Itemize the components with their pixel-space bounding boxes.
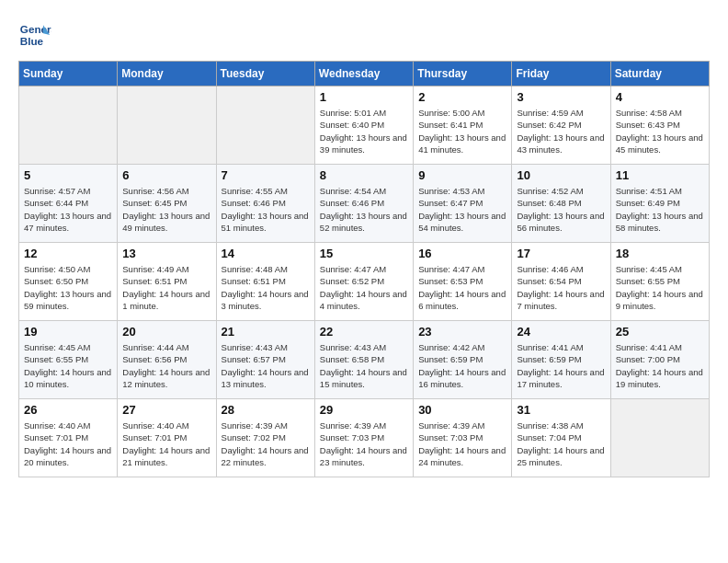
day-number: 8 bbox=[320, 168, 408, 182]
day-info: Sunrise: 4:46 AMSunset: 6:54 PMDaylight:… bbox=[517, 263, 605, 312]
day-number: 7 bbox=[222, 168, 310, 182]
day-info: Sunrise: 4:56 AMSunset: 6:45 PMDaylight:… bbox=[122, 185, 210, 234]
day-number: 31 bbox=[517, 403, 605, 417]
logo-icon: General Blue bbox=[18, 18, 51, 52]
day-number: 3 bbox=[517, 90, 605, 104]
calendar-cell: 29Sunrise: 4:39 AMSunset: 7:03 PMDayligh… bbox=[314, 399, 413, 477]
day-number: 9 bbox=[418, 168, 506, 182]
calendar-cell: 25Sunrise: 4:41 AMSunset: 7:00 PMDayligh… bbox=[610, 321, 709, 399]
day-number: 19 bbox=[24, 325, 112, 339]
day-info: Sunrise: 4:59 AMSunset: 6:42 PMDaylight:… bbox=[517, 107, 605, 155]
day-number: 21 bbox=[222, 325, 310, 339]
calendar-cell: 28Sunrise: 4:39 AMSunset: 7:02 PMDayligh… bbox=[216, 399, 314, 477]
day-info: Sunrise: 4:49 AMSunset: 6:51 PMDaylight:… bbox=[122, 263, 210, 312]
calendar-cell: 13Sunrise: 4:49 AMSunset: 6:51 PMDayligh… bbox=[118, 243, 216, 321]
calendar-cell: 7Sunrise: 4:55 AMSunset: 6:46 PMDaylight… bbox=[216, 165, 314, 243]
day-number: 4 bbox=[616, 90, 704, 104]
calendar-week-row: 12Sunrise: 4:50 AMSunset: 6:50 PMDayligh… bbox=[19, 243, 710, 321]
day-info: Sunrise: 4:58 AMSunset: 6:43 PMDaylight:… bbox=[616, 107, 704, 155]
day-number: 12 bbox=[24, 247, 112, 260]
day-info: Sunrise: 4:51 AMSunset: 6:49 PMDaylight:… bbox=[616, 185, 704, 234]
calendar-cell: 1Sunrise: 5:01 AMSunset: 6:40 PMDaylight… bbox=[314, 86, 413, 165]
day-info: Sunrise: 4:47 AMSunset: 6:52 PMDaylight:… bbox=[320, 263, 408, 312]
day-number: 27 bbox=[122, 403, 210, 417]
calendar-cell: 19Sunrise: 4:45 AMSunset: 6:55 PMDayligh… bbox=[19, 321, 118, 399]
calendar-cell: 11Sunrise: 4:51 AMSunset: 6:49 PMDayligh… bbox=[610, 165, 709, 243]
calendar-cell: 4Sunrise: 4:58 AMSunset: 6:43 PMDaylight… bbox=[610, 86, 709, 165]
calendar-week-row: 5Sunrise: 4:57 AMSunset: 6:44 PMDaylight… bbox=[19, 165, 710, 243]
day-info: Sunrise: 4:47 AMSunset: 6:53 PMDaylight:… bbox=[418, 263, 506, 312]
day-info: Sunrise: 4:45 AMSunset: 6:55 PMDaylight:… bbox=[24, 341, 112, 390]
weekday-header-cell: Sunday bbox=[19, 62, 118, 86]
calendar-cell: 22Sunrise: 4:43 AMSunset: 6:58 PMDayligh… bbox=[314, 321, 413, 399]
day-info: Sunrise: 4:53 AMSunset: 6:47 PMDaylight:… bbox=[418, 185, 506, 234]
day-number: 13 bbox=[122, 247, 210, 260]
day-number: 18 bbox=[616, 247, 704, 260]
day-info: Sunrise: 4:57 AMSunset: 6:44 PMDaylight:… bbox=[24, 185, 112, 234]
calendar-cell: 14Sunrise: 4:48 AMSunset: 6:51 PMDayligh… bbox=[216, 243, 314, 321]
day-info: Sunrise: 4:39 AMSunset: 7:02 PMDaylight:… bbox=[222, 419, 310, 468]
calendar-table: SundayMondayTuesdayWednesdayThursdayFrid… bbox=[18, 61, 710, 477]
calendar-cell: 20Sunrise: 4:44 AMSunset: 6:56 PMDayligh… bbox=[118, 321, 216, 399]
day-info: Sunrise: 4:48 AMSunset: 6:51 PMDaylight:… bbox=[222, 263, 310, 312]
weekday-header-cell: Friday bbox=[512, 62, 610, 86]
calendar-cell: 23Sunrise: 4:42 AMSunset: 6:59 PMDayligh… bbox=[414, 321, 512, 399]
calendar-cell: 24Sunrise: 4:41 AMSunset: 6:59 PMDayligh… bbox=[512, 321, 610, 399]
day-info: Sunrise: 4:41 AMSunset: 7:00 PMDaylight:… bbox=[616, 341, 704, 390]
day-number: 16 bbox=[418, 247, 506, 260]
weekday-header-cell: Monday bbox=[118, 62, 216, 86]
calendar-body: 1Sunrise: 5:01 AMSunset: 6:40 PMDaylight… bbox=[19, 86, 710, 477]
day-number: 1 bbox=[320, 90, 408, 104]
day-number: 20 bbox=[122, 325, 210, 339]
day-number: 25 bbox=[616, 325, 704, 339]
day-info: Sunrise: 4:43 AMSunset: 6:57 PMDaylight:… bbox=[222, 341, 310, 390]
calendar-cell: 21Sunrise: 4:43 AMSunset: 6:57 PMDayligh… bbox=[216, 321, 314, 399]
calendar-week-row: 1Sunrise: 5:01 AMSunset: 6:40 PMDaylight… bbox=[19, 86, 710, 165]
calendar-week-row: 19Sunrise: 4:45 AMSunset: 6:55 PMDayligh… bbox=[19, 321, 710, 399]
day-number: 10 bbox=[517, 168, 605, 182]
day-number: 6 bbox=[122, 168, 210, 182]
day-info: Sunrise: 5:00 AMSunset: 6:41 PMDaylight:… bbox=[418, 107, 506, 155]
day-number: 11 bbox=[616, 168, 704, 182]
day-info: Sunrise: 4:39 AMSunset: 7:03 PMDaylight:… bbox=[418, 419, 506, 468]
calendar-cell: 15Sunrise: 4:47 AMSunset: 6:52 PMDayligh… bbox=[314, 243, 413, 321]
calendar-cell: 31Sunrise: 4:38 AMSunset: 7:04 PMDayligh… bbox=[512, 399, 610, 477]
calendar-cell: 27Sunrise: 4:40 AMSunset: 7:01 PMDayligh… bbox=[118, 399, 216, 477]
svg-text:Blue: Blue bbox=[20, 35, 44, 47]
day-number: 15 bbox=[320, 247, 408, 260]
calendar-cell: 6Sunrise: 4:56 AMSunset: 6:45 PMDaylight… bbox=[118, 165, 216, 243]
calendar-cell: 2Sunrise: 5:00 AMSunset: 6:41 PMDaylight… bbox=[414, 86, 512, 165]
day-number: 14 bbox=[222, 247, 310, 260]
day-info: Sunrise: 4:43 AMSunset: 6:58 PMDaylight:… bbox=[320, 341, 408, 390]
day-info: Sunrise: 5:01 AMSunset: 6:40 PMDaylight:… bbox=[320, 107, 408, 155]
page-header: General Blue bbox=[18, 18, 710, 52]
day-info: Sunrise: 4:54 AMSunset: 6:46 PMDaylight:… bbox=[320, 185, 408, 234]
calendar-cell: 10Sunrise: 4:52 AMSunset: 6:48 PMDayligh… bbox=[512, 165, 610, 243]
day-info: Sunrise: 4:45 AMSunset: 6:55 PMDaylight:… bbox=[616, 263, 704, 312]
calendar-cell: 9Sunrise: 4:53 AMSunset: 6:47 PMDaylight… bbox=[414, 165, 512, 243]
day-number: 24 bbox=[517, 325, 605, 339]
calendar-cell: 5Sunrise: 4:57 AMSunset: 6:44 PMDaylight… bbox=[19, 165, 118, 243]
weekday-header-cell: Saturday bbox=[610, 62, 709, 86]
calendar-cell: 8Sunrise: 4:54 AMSunset: 6:46 PMDaylight… bbox=[314, 165, 413, 243]
day-number: 30 bbox=[418, 403, 506, 417]
day-info: Sunrise: 4:42 AMSunset: 6:59 PMDaylight:… bbox=[418, 341, 506, 390]
day-info: Sunrise: 4:55 AMSunset: 6:46 PMDaylight:… bbox=[222, 185, 310, 234]
day-number: 5 bbox=[24, 168, 112, 182]
calendar-cell: 17Sunrise: 4:46 AMSunset: 6:54 PMDayligh… bbox=[512, 243, 610, 321]
day-number: 26 bbox=[24, 403, 112, 417]
day-number: 2 bbox=[418, 90, 506, 104]
calendar-cell bbox=[118, 86, 216, 165]
day-info: Sunrise: 4:40 AMSunset: 7:01 PMDaylight:… bbox=[24, 419, 112, 468]
day-number: 29 bbox=[320, 403, 408, 417]
calendar-cell: 30Sunrise: 4:39 AMSunset: 7:03 PMDayligh… bbox=[414, 399, 512, 477]
calendar-cell: 3Sunrise: 4:59 AMSunset: 6:42 PMDaylight… bbox=[512, 86, 610, 165]
calendar-cell: 26Sunrise: 4:40 AMSunset: 7:01 PMDayligh… bbox=[19, 399, 118, 477]
calendar-cell: 18Sunrise: 4:45 AMSunset: 6:55 PMDayligh… bbox=[610, 243, 709, 321]
day-number: 17 bbox=[517, 247, 605, 260]
weekday-header-row: SundayMondayTuesdayWednesdayThursdayFrid… bbox=[19, 62, 710, 86]
calendar-cell bbox=[19, 86, 118, 165]
calendar-week-row: 26Sunrise: 4:40 AMSunset: 7:01 PMDayligh… bbox=[19, 399, 710, 477]
day-info: Sunrise: 4:39 AMSunset: 7:03 PMDaylight:… bbox=[320, 419, 408, 468]
calendar-cell bbox=[216, 86, 314, 165]
